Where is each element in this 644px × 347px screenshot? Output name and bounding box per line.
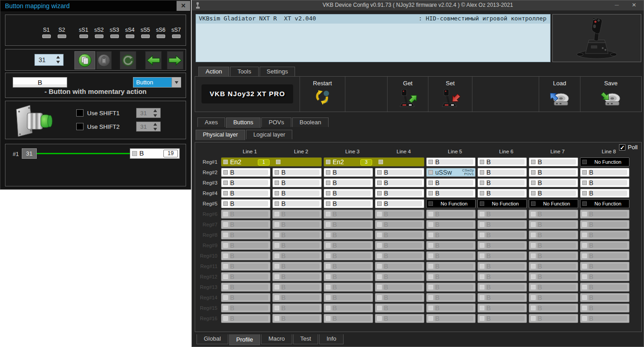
tab-profile[interactable]: Profile: [229, 334, 261, 345]
button-name-field[interactable]: B: [13, 77, 67, 88]
grid-cell-b[interactable]: B: [272, 293, 322, 302]
grid-cell-b[interactable]: B: [477, 251, 527, 260]
grid-cell-b[interactable]: B: [375, 251, 424, 260]
tab-info[interactable]: Info: [319, 334, 344, 344]
tab-logical-layer[interactable]: Logical layer: [246, 130, 292, 139]
grid-cell-b[interactable]: B: [477, 168, 527, 177]
paste-button[interactable]: [96, 51, 112, 69]
grid-cell-b[interactable]: B: [324, 230, 373, 239]
button-type-dropdown[interactable]: Button: [133, 77, 181, 88]
mapping-source-box[interactable]: 31: [22, 148, 37, 159]
grid-cell-b[interactable]: B: [375, 220, 424, 229]
grid-cell-b[interactable]: B: [477, 303, 527, 313]
grid-cell-b[interactable]: B: [272, 272, 322, 281]
grid-cell-b[interactable]: B: [324, 241, 373, 250]
grid-cell-b[interactable]: B: [221, 168, 270, 177]
grid-cell-b[interactable]: B: [272, 303, 322, 313]
next-button[interactable]: [167, 51, 183, 69]
grid-cell-b[interactable]: B: [221, 272, 270, 281]
grid-cell-b[interactable]: B: [272, 283, 322, 292]
close-icon[interactable]: ✕: [177, 1, 190, 11]
grid-cell-b[interactable]: B: [272, 178, 322, 187]
grid-cell-b[interactable]: B: [477, 262, 527, 271]
grid-cell-b[interactable]: B: [477, 210, 527, 219]
grid-cell-b[interactable]: B: [375, 230, 424, 239]
grid-cell-b[interactable]: B: [272, 262, 322, 271]
spinner-up-icon[interactable]: [56, 56, 60, 59]
close-icon[interactable]: ✕: [627, 0, 641, 10]
grid-cell-b[interactable]: B: [272, 168, 322, 177]
grid-cell-b[interactable]: B: [426, 293, 476, 302]
grid-cell-nf[interactable]: No Function: [426, 199, 476, 208]
grid-cell-b[interactable]: B: [580, 241, 629, 250]
grid-cell-b[interactable]: B: [272, 230, 322, 239]
grid-cell-b[interactable]: B: [529, 157, 578, 166]
grid-cell-b[interactable]: B: [426, 241, 476, 250]
grid-cell-b[interactable]: B: [221, 189, 270, 198]
grid-cell-b[interactable]: B: [324, 251, 373, 260]
grid-cell-b[interactable]: B: [221, 210, 270, 219]
device-list[interactable]: VKBsim Gladiator NXT R XT v2.040 : HID-с…: [196, 14, 551, 62]
tab-action[interactable]: Action: [198, 67, 229, 77]
grid-cell-nf[interactable]: No Function: [580, 199, 629, 208]
tab-axes[interactable]: Axes: [197, 117, 225, 127]
grid-cell-b[interactable]: B: [529, 210, 578, 219]
grid-cell-b[interactable]: B: [375, 199, 424, 208]
grid-cell-b[interactable]: B: [580, 262, 629, 271]
grid-cell-b[interactable]: B: [375, 210, 424, 219]
grid-cell-b[interactable]: B: [375, 262, 424, 271]
grid-cell-b[interactable]: B: [221, 241, 270, 250]
grid-cell-b[interactable]: B: [324, 210, 373, 219]
device-list-row[interactable]: VKBsim Gladiator NXT R XT v2.040 : HID-с…: [196, 15, 550, 24]
grid-cell-b[interactable]: B: [477, 220, 527, 229]
grid-cell-b[interactable]: B: [477, 283, 527, 292]
set-button[interactable]: Set: [428, 77, 472, 112]
grid-cell-b[interactable]: B: [477, 241, 527, 250]
grid-cell-b[interactable]: B: [324, 168, 373, 177]
grid-cell-b[interactable]: B: [272, 220, 322, 229]
grid-cell-b[interactable]: B: [426, 230, 476, 239]
grid-cell-b[interactable]: B: [477, 314, 527, 323]
grid-cell-b[interactable]: B: [272, 314, 322, 323]
grid-cell-b[interactable]: B: [426, 303, 476, 313]
grid-cell-b[interactable]: B: [426, 157, 476, 166]
reset-button[interactable]: [120, 51, 136, 69]
grid-cell-b[interactable]: B: [477, 157, 527, 166]
grid-cell-b[interactable]: B: [324, 189, 373, 198]
grid-cell-enc[interactable]: En23: [324, 157, 424, 166]
grid-cell-b[interactable]: B: [375, 283, 424, 292]
grid-cell-b[interactable]: B: [375, 168, 424, 177]
chevron-down-icon[interactable]: [172, 78, 181, 87]
grid-cell-b[interactable]: B: [272, 199, 322, 208]
grid-cell-b[interactable]: B: [580, 220, 629, 229]
tab-povs[interactable]: POVs: [261, 117, 291, 127]
grid-cell-b[interactable]: B: [426, 210, 476, 219]
tab-buttons[interactable]: Buttons: [226, 117, 261, 128]
grid-cell-b[interactable]: B: [221, 220, 270, 229]
grid-cell-b[interactable]: B: [426, 314, 476, 323]
grid-cell-b[interactable]: B: [426, 189, 476, 198]
grid-cell-b[interactable]: B: [580, 303, 629, 313]
grid-cell-ussw[interactable]: uSSwCSw2pPOV1: [426, 168, 476, 177]
grid-cell-b[interactable]: B: [580, 189, 629, 198]
grid-cell-b[interactable]: B: [477, 189, 527, 198]
grid-cell-b[interactable]: B: [529, 293, 578, 302]
grid-cell-b[interactable]: B: [580, 293, 629, 302]
grid-cell-b[interactable]: B: [529, 262, 578, 271]
grid-cell-b[interactable]: B: [426, 220, 476, 229]
grid-cell-b[interactable]: B: [375, 241, 424, 250]
grid-cell-b[interactable]: B: [529, 189, 578, 198]
grid-cell-nf[interactable]: No Function: [529, 199, 578, 208]
grid-cell-b[interactable]: B: [580, 168, 629, 177]
grid-cell-b[interactable]: B: [426, 178, 476, 187]
grid-cell-b[interactable]: B: [221, 230, 270, 239]
tab-test[interactable]: Test: [293, 334, 319, 344]
tab-boolean[interactable]: Boolean: [292, 117, 329, 127]
save-button[interactable]: Save: [580, 77, 641, 112]
grid-cell-b[interactable]: B: [221, 303, 270, 313]
grid-cell-b[interactable]: B: [324, 178, 373, 187]
grid-cell-b[interactable]: B: [580, 210, 629, 219]
grid-cell-nf[interactable]: No Function: [477, 199, 527, 208]
grid-cell-b[interactable]: B: [529, 220, 578, 229]
grid-cell-b[interactable]: B: [477, 272, 527, 281]
